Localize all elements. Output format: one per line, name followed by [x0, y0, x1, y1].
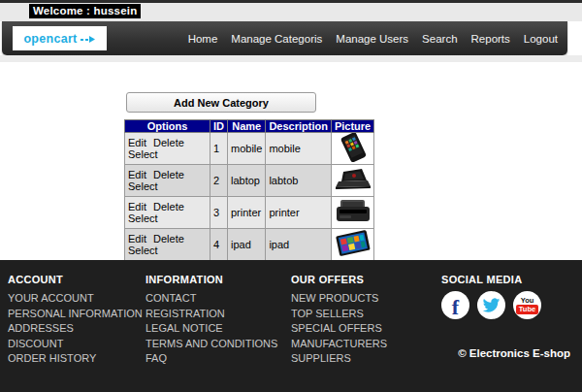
- id-cell: 2: [210, 165, 228, 197]
- picture-cell: [331, 165, 373, 197]
- youtube-logo: You Tube: [516, 297, 538, 314]
- column-header-options: Options: [125, 120, 210, 133]
- options-cell: Edit Delete Select: [125, 229, 210, 261]
- select-link[interactable]: Select: [128, 148, 158, 160]
- select-link[interactable]: Select: [128, 180, 158, 192]
- page-footer: ACCOUNT YOUR ACCOUNT PERSONAL INFORMATIO…: [0, 260, 582, 392]
- nav-item-manage-users[interactable]: Manage Users: [336, 33, 408, 45]
- delete-link[interactable]: Delete: [153, 137, 184, 148]
- nav-item-logout[interactable]: Logout: [524, 33, 558, 45]
- select-link[interactable]: Select: [128, 212, 158, 224]
- opencart-arrow-icon: [81, 34, 96, 44]
- welcome-bar: Welcome : hussein: [0, 3, 582, 21]
- opencart-logo[interactable]: opencart: [13, 26, 107, 50]
- table-row: Edit Delete Select 1 mobile mobile: [125, 133, 374, 165]
- footer-link[interactable]: ADDRESSES: [8, 321, 143, 337]
- options-cell: Edit Delete Select: [125, 165, 210, 197]
- footer-link[interactable]: YOUR ACCOUNT: [8, 291, 143, 307]
- footer-link[interactable]: MANUFACTURERS: [291, 337, 387, 352]
- options-cell: Edit Delete Select: [125, 133, 210, 165]
- footer-links-information: CONTACT REGISTRATION LEGAL NOTICE TERMS …: [146, 291, 277, 367]
- name-cell: printer: [228, 197, 266, 229]
- delete-link[interactable]: Delete: [153, 233, 184, 245]
- delete-link[interactable]: Delete: [153, 169, 184, 180]
- column-header-description: Description: [266, 120, 332, 133]
- table-header-row: Options ID Name Description Picture: [125, 120, 374, 133]
- footer-links-our-offers: NEW PRODUCTS TOP SELLERS SPECIAL OFFERS …: [291, 291, 387, 367]
- name-cell: ipad: [228, 229, 266, 261]
- nav-item-search[interactable]: Search: [422, 33, 457, 45]
- nav-item-home[interactable]: Home: [188, 33, 218, 45]
- twitter-bird-glyph: [482, 298, 501, 313]
- printer-photo: [334, 197, 372, 226]
- footer-link[interactable]: DISCOUNT: [8, 337, 143, 352]
- footer-link[interactable]: REGISTRATION: [146, 307, 277, 322]
- edit-link[interactable]: Edit: [128, 233, 146, 245]
- footer-link[interactable]: LEGAL NOTICE: [146, 321, 277, 337]
- categories-table: Options ID Name Description Picture Edit…: [124, 119, 374, 261]
- laptop-photo: [334, 165, 372, 194]
- opencart-logo-text: opencart: [23, 32, 77, 46]
- copyright-text: © Electronics E-shop: [458, 347, 570, 359]
- mobile-phone-photo: [334, 133, 372, 162]
- description-cell: labtob: [266, 165, 332, 197]
- description-cell: ipad: [266, 229, 332, 261]
- delete-link[interactable]: Delete: [153, 201, 184, 212]
- column-header-name: Name: [228, 120, 266, 133]
- footer-heading-social-media: SOCIAL MEDIA: [441, 274, 541, 285]
- youtube-icon[interactable]: You Tube: [513, 291, 541, 319]
- footer-link[interactable]: TERMS AND CONDITIONS: [146, 337, 277, 352]
- footer-link[interactable]: TOP SELLERS: [291, 307, 387, 322]
- youtube-you-text: You: [521, 297, 534, 305]
- name-cell: labtop: [228, 165, 266, 197]
- nav-menu: Home Manage Categoris Manage Users Searc…: [188, 33, 567, 45]
- nav-item-manage-categories[interactable]: Manage Categoris: [231, 33, 322, 45]
- footer-column-our-offers: OUR OFFERS NEW PRODUCTS TOP SELLERS SPEC…: [291, 274, 387, 367]
- welcome-message: Welcome : hussein: [29, 4, 141, 18]
- under-nav-strip: [0, 55, 582, 62]
- main-content: Add New Category Options ID Name Descrip…: [0, 62, 582, 260]
- footer-heading-information: INFORMATION: [146, 274, 277, 285]
- picture-cell: [331, 197, 373, 229]
- table-row: Edit Delete Select 4 ipad ipad: [125, 229, 374, 261]
- footer-link[interactable]: SUPPLIERS: [291, 351, 387, 367]
- footer-link[interactable]: CONTACT: [146, 291, 277, 307]
- add-new-category-button[interactable]: Add New Category: [126, 92, 316, 113]
- edit-link[interactable]: Edit: [128, 137, 146, 148]
- picture-cell: [331, 133, 373, 165]
- nav-item-reports[interactable]: Reports: [471, 33, 510, 45]
- description-cell: mobile: [266, 133, 332, 165]
- social-icons-row: f You Tube: [441, 291, 541, 319]
- edit-link[interactable]: Edit: [128, 201, 146, 212]
- options-cell: Edit Delete Select: [125, 197, 210, 229]
- footer-heading-our-offers: OUR OFFERS: [291, 274, 387, 285]
- tablet-photo: [334, 229, 372, 258]
- edit-link[interactable]: Edit: [128, 169, 146, 180]
- footer-links-account: YOUR ACCOUNT PERSONAL INFORMATION ADDRES…: [8, 291, 143, 367]
- name-cell: mobile: [228, 133, 266, 165]
- id-cell: 1: [210, 133, 228, 165]
- footer-link[interactable]: FAQ: [146, 351, 277, 367]
- footer-column-account: ACCOUNT YOUR ACCOUNT PERSONAL INFORMATIO…: [8, 274, 143, 367]
- select-link[interactable]: Select: [128, 245, 158, 256]
- table-row: Edit Delete Select 2 labtop labtob: [125, 165, 374, 197]
- id-cell: 3: [210, 197, 228, 229]
- twitter-icon[interactable]: [477, 291, 505, 319]
- facebook-f-glyph: f: [452, 297, 459, 318]
- footer-column-social-media: SOCIAL MEDIA f You Tube: [441, 274, 541, 319]
- footer-heading-account: ACCOUNT: [8, 274, 143, 285]
- main-navbar: opencart Home Manage Categoris Manage Us…: [2, 21, 567, 55]
- column-header-picture: Picture: [331, 120, 373, 133]
- description-cell: printer: [266, 197, 332, 229]
- footer-link[interactable]: NEW PRODUCTS: [291, 291, 387, 307]
- footer-link[interactable]: PERSONAL INFORMATION: [8, 307, 143, 322]
- facebook-icon[interactable]: f: [441, 291, 469, 319]
- footer-link[interactable]: SPECIAL OFFERS: [291, 321, 387, 337]
- footer-column-information: INFORMATION CONTACT REGISTRATION LEGAL N…: [146, 274, 277, 367]
- youtube-tube-text: Tube: [516, 305, 538, 314]
- picture-cell: [331, 229, 373, 261]
- table-row: Edit Delete Select 3 printer printer: [125, 197, 374, 229]
- column-header-id: ID: [210, 120, 228, 133]
- footer-link[interactable]: ORDER HISTORY: [8, 351, 143, 367]
- id-cell: 4: [210, 229, 228, 261]
